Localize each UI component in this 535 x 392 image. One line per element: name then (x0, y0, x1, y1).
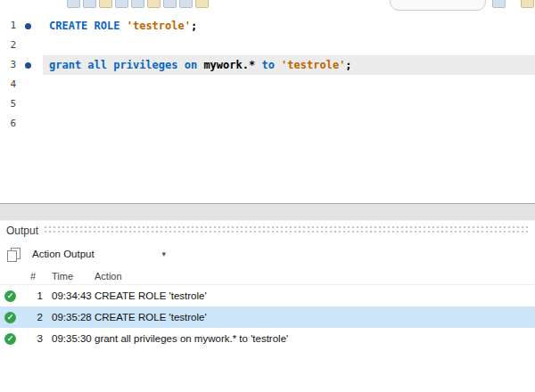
sql-keyword: grant all privileges on (49, 59, 203, 71)
chevron-down-icon: ▾ (161, 249, 166, 258)
row-action: CREATE ROLE 'testrole' (95, 290, 535, 301)
sql-punctuation: ; (345, 59, 351, 71)
toolbar-icon[interactable] (67, 0, 80, 8)
row-time: 09:35:28 (43, 312, 95, 323)
code-text (43, 94, 535, 114)
toolbar-icon[interactable] (492, 0, 506, 8)
output-row[interactable]: ✓ 3 09:35:30 grant all privileges on myw… (0, 328, 535, 349)
toolbar-icon[interactable] (131, 0, 144, 8)
line-number: 3 (0, 55, 16, 75)
output-table-header: # Time Action (0, 267, 535, 285)
code-text (43, 36, 535, 55)
output-type-value: Action Output (32, 249, 95, 259)
line-number: 6 (0, 114, 16, 134)
output-panel-header: Output (0, 221, 535, 241)
sql-string: 'testrole' (281, 59, 345, 71)
row-index: 2 (25, 312, 43, 323)
output-row[interactable]: ✓ 1 09:34:43 CREATE ROLE 'testrole' (0, 285, 535, 306)
success-icon: ✓ (4, 333, 16, 345)
sql-keyword: to (261, 59, 281, 71)
line-number: 4 (0, 75, 16, 94)
row-index: 3 (25, 333, 43, 344)
toolbar-icon[interactable] (521, 0, 534, 8)
editor-line[interactable]: 4 (0, 75, 535, 94)
column-header-time: Time (43, 271, 95, 282)
output-row-selected[interactable]: ✓ 2 09:35:28 CREATE ROLE 'testrole' (0, 306, 535, 328)
search-input[interactable] (390, 0, 486, 11)
statement-marker-icon (16, 16, 43, 36)
editor-line[interactable]: 1 CREATE ROLE 'testrole'; (0, 16, 535, 36)
editor-line[interactable]: 6 (0, 114, 535, 134)
editor-line[interactable]: 3 grant all privileges on mywork.* to 't… (0, 55, 535, 75)
output-panel: Output Action Output ▾ # Time Action ✓ 1… (0, 221, 535, 392)
statement-marker-icon (16, 36, 43, 55)
toolbar-icon[interactable] (147, 0, 160, 8)
row-index: 1 (25, 290, 43, 301)
mysql-workbench-window: 1 CREATE ROLE 'testrole'; 2 3 grant all … (0, 0, 535, 392)
statement-marker-icon (16, 94, 43, 114)
output-panel-title: Output (6, 225, 38, 237)
output-type-select[interactable]: Action Output ▾ (32, 245, 166, 263)
success-icon: ✓ (4, 312, 16, 323)
line-number: 1 (0, 16, 16, 36)
sql-identifier: mywork.* (203, 59, 261, 71)
row-time: 09:34:43 (43, 290, 95, 301)
row-action: grant all privileges on mywork.* to 'tes… (95, 333, 535, 344)
sql-string: 'testrole' (127, 20, 191, 32)
code-text-current-line: grant all privileges on mywork.* to 'tes… (43, 55, 535, 75)
statement-marker-icon (16, 55, 43, 75)
line-number: 5 (0, 94, 16, 114)
toolbar-icon[interactable] (115, 0, 128, 8)
success-icon: ✓ (4, 290, 16, 302)
sql-keyword: CREATE ROLE (49, 20, 127, 32)
sql-editor[interactable]: 1 CREATE ROLE 'testrole'; 2 3 grant all … (0, 12, 535, 203)
panel-splitter[interactable] (0, 203, 535, 221)
column-header-action: Action (95, 271, 535, 282)
editor-line[interactable]: 2 (0, 36, 535, 55)
row-time: 09:35:30 (43, 333, 95, 344)
column-header-index: # (25, 271, 43, 282)
code-text (43, 114, 535, 134)
output-header-texture (45, 226, 531, 235)
sql-punctuation: ; (191, 20, 197, 32)
copy-output-icon[interactable] (7, 248, 20, 261)
code-text: CREATE ROLE 'testrole'; (43, 16, 535, 36)
code-text (43, 75, 535, 94)
editor-line[interactable]: 5 (0, 94, 535, 114)
toolbar-icon[interactable] (179, 0, 193, 8)
line-number: 2 (0, 36, 16, 55)
toolbar-icon[interactable] (195, 0, 209, 8)
statement-marker-icon (16, 114, 43, 134)
statement-marker-icon (16, 75, 43, 94)
toolbar-icon[interactable] (99, 0, 112, 8)
row-action: CREATE ROLE 'testrole' (95, 312, 535, 323)
output-toolbar: Action Output ▾ (0, 241, 535, 267)
toolbar-icon[interactable] (163, 0, 177, 8)
toolbar-icon[interactable] (83, 0, 96, 8)
toolbar (0, 0, 535, 12)
